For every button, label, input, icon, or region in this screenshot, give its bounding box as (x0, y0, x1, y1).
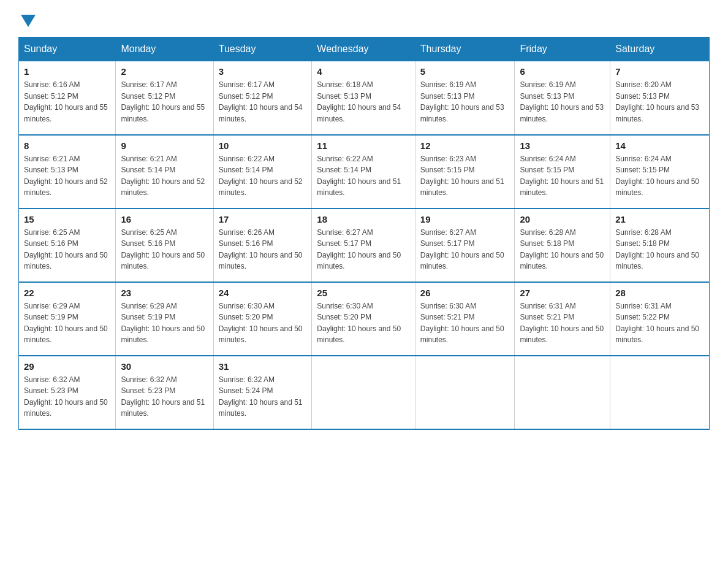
calendar-day-cell: 1 Sunrise: 6:16 AMSunset: 5:12 PMDayligh… (19, 61, 116, 135)
day-info: Sunrise: 6:28 AMSunset: 5:18 PMDaylight:… (615, 227, 704, 272)
calendar-day-cell: 17 Sunrise: 6:26 AMSunset: 5:16 PMDaylig… (213, 209, 312, 282)
day-info: Sunrise: 6:31 AMSunset: 5:21 PMDaylight:… (520, 301, 605, 346)
calendar-day-cell: 9 Sunrise: 6:21 AMSunset: 5:14 PMDayligh… (116, 135, 213, 209)
day-number: 7 (615, 66, 704, 77)
day-info: Sunrise: 6:24 AMSunset: 5:15 PMDaylight:… (615, 153, 704, 199)
day-number: 30 (121, 361, 208, 372)
day-info: Sunrise: 6:21 AMSunset: 5:13 PMDaylight:… (24, 153, 110, 199)
day-number: 27 (520, 288, 605, 298)
logo-arrow-icon (21, 15, 36, 27)
day-info: Sunrise: 6:27 AMSunset: 5:17 PMDaylight:… (420, 227, 510, 272)
calendar-day-cell (415, 356, 515, 429)
calendar-week-row: 15 Sunrise: 6:25 AMSunset: 5:16 PMDaylig… (19, 209, 710, 282)
day-info: Sunrise: 6:25 AMSunset: 5:16 PMDaylight:… (121, 227, 208, 272)
calendar-day-cell: 23 Sunrise: 6:29 AMSunset: 5:19 PMDaylig… (116, 282, 213, 356)
day-number: 5 (420, 66, 510, 77)
day-info: Sunrise: 6:30 AMSunset: 5:20 PMDaylight:… (219, 301, 307, 346)
calendar-day-cell: 31 Sunrise: 6:32 AMSunset: 5:24 PMDaylig… (213, 356, 312, 429)
calendar-day-cell (610, 356, 710, 429)
day-number: 25 (317, 288, 409, 298)
day-number: 28 (615, 288, 704, 298)
calendar-day-cell: 10 Sunrise: 6:22 AMSunset: 5:14 PMDaylig… (213, 135, 312, 209)
day-number: 15 (24, 214, 110, 224)
calendar-day-cell: 3 Sunrise: 6:17 AMSunset: 5:12 PMDayligh… (213, 61, 312, 135)
day-info: Sunrise: 6:18 AMSunset: 5:13 PMDaylight:… (317, 79, 409, 124)
header-tuesday: Tuesday (213, 37, 312, 61)
header-monday: Monday (116, 37, 213, 61)
calendar-day-cell: 30 Sunrise: 6:32 AMSunset: 5:23 PMDaylig… (116, 356, 213, 429)
day-number: 9 (121, 140, 208, 151)
day-number: 31 (219, 361, 307, 372)
day-number: 29 (24, 361, 110, 372)
calendar-day-cell: 8 Sunrise: 6:21 AMSunset: 5:13 PMDayligh… (19, 135, 116, 209)
day-number: 21 (615, 214, 704, 224)
calendar-week-row: 1 Sunrise: 6:16 AMSunset: 5:12 PMDayligh… (19, 61, 710, 135)
day-number: 23 (121, 288, 208, 298)
day-number: 13 (520, 140, 605, 151)
calendar-table: Sunday Monday Tuesday Wednesday Thursday… (18, 37, 710, 430)
calendar-day-cell: 5 Sunrise: 6:19 AMSunset: 5:13 PMDayligh… (415, 61, 515, 135)
day-number: 6 (520, 66, 605, 77)
calendar-day-cell: 16 Sunrise: 6:25 AMSunset: 5:16 PMDaylig… (116, 209, 213, 282)
calendar-day-cell: 14 Sunrise: 6:24 AMSunset: 5:15 PMDaylig… (610, 135, 710, 209)
day-info: Sunrise: 6:17 AMSunset: 5:12 PMDaylight:… (219, 79, 307, 124)
day-number: 16 (121, 214, 208, 224)
calendar-day-cell (515, 356, 610, 429)
calendar-week-row: 8 Sunrise: 6:21 AMSunset: 5:13 PMDayligh… (19, 135, 710, 209)
calendar-week-row: 29 Sunrise: 6:32 AMSunset: 5:23 PMDaylig… (19, 356, 710, 429)
header-wednesday: Wednesday (312, 37, 415, 61)
calendar-day-cell: 28 Sunrise: 6:31 AMSunset: 5:22 PMDaylig… (610, 282, 710, 356)
day-number: 22 (24, 288, 110, 298)
day-info: Sunrise: 6:30 AMSunset: 5:20 PMDaylight:… (317, 301, 409, 346)
day-info: Sunrise: 6:32 AMSunset: 5:23 PMDaylight:… (121, 374, 208, 419)
calendar-day-cell: 20 Sunrise: 6:28 AMSunset: 5:18 PMDaylig… (515, 209, 610, 282)
calendar-day-cell: 15 Sunrise: 6:25 AMSunset: 5:16 PMDaylig… (19, 209, 116, 282)
calendar-day-cell: 6 Sunrise: 6:19 AMSunset: 5:13 PMDayligh… (515, 61, 610, 135)
calendar-day-cell: 21 Sunrise: 6:28 AMSunset: 5:18 PMDaylig… (610, 209, 710, 282)
calendar-day-cell (312, 356, 415, 429)
day-info: Sunrise: 6:19 AMSunset: 5:13 PMDaylight:… (520, 79, 605, 124)
calendar-day-cell: 11 Sunrise: 6:22 AMSunset: 5:14 PMDaylig… (312, 135, 415, 209)
day-number: 3 (219, 66, 307, 77)
calendar-day-cell: 12 Sunrise: 6:23 AMSunset: 5:15 PMDaylig… (415, 135, 515, 209)
calendar-day-cell: 22 Sunrise: 6:29 AMSunset: 5:19 PMDaylig… (19, 282, 116, 356)
day-number: 18 (317, 214, 409, 224)
calendar-day-cell: 18 Sunrise: 6:27 AMSunset: 5:17 PMDaylig… (312, 209, 415, 282)
day-number: 19 (420, 214, 510, 224)
calendar-day-cell: 25 Sunrise: 6:30 AMSunset: 5:20 PMDaylig… (312, 282, 415, 356)
day-info: Sunrise: 6:28 AMSunset: 5:18 PMDaylight:… (520, 227, 605, 272)
header-thursday: Thursday (415, 37, 515, 61)
header-friday: Friday (515, 37, 610, 61)
day-info: Sunrise: 6:32 AMSunset: 5:23 PMDaylight:… (24, 374, 110, 419)
day-info: Sunrise: 6:22 AMSunset: 5:14 PMDaylight:… (317, 153, 409, 199)
calendar-day-cell: 26 Sunrise: 6:30 AMSunset: 5:21 PMDaylig… (415, 282, 515, 356)
day-number: 24 (219, 288, 307, 298)
day-info: Sunrise: 6:21 AMSunset: 5:14 PMDaylight:… (121, 153, 208, 199)
day-info: Sunrise: 6:26 AMSunset: 5:16 PMDaylight:… (219, 227, 307, 272)
calendar-day-cell: 19 Sunrise: 6:27 AMSunset: 5:17 PMDaylig… (415, 209, 515, 282)
calendar-day-cell: 24 Sunrise: 6:30 AMSunset: 5:20 PMDaylig… (213, 282, 312, 356)
day-info: Sunrise: 6:30 AMSunset: 5:21 PMDaylight:… (420, 301, 510, 346)
day-number: 26 (420, 288, 510, 298)
logo (18, 12, 36, 26)
day-info: Sunrise: 6:22 AMSunset: 5:14 PMDaylight:… (219, 153, 307, 199)
day-info: Sunrise: 6:23 AMSunset: 5:15 PMDaylight:… (420, 153, 510, 199)
calendar-week-row: 22 Sunrise: 6:29 AMSunset: 5:19 PMDaylig… (19, 282, 710, 356)
day-info: Sunrise: 6:29 AMSunset: 5:19 PMDaylight:… (121, 301, 208, 346)
day-number: 8 (24, 140, 110, 151)
day-info: Sunrise: 6:20 AMSunset: 5:13 PMDaylight:… (615, 79, 704, 124)
day-number: 1 (24, 66, 110, 77)
day-info: Sunrise: 6:32 AMSunset: 5:24 PMDaylight:… (219, 374, 307, 419)
calendar-day-cell: 27 Sunrise: 6:31 AMSunset: 5:21 PMDaylig… (515, 282, 610, 356)
day-number: 11 (317, 140, 409, 151)
calendar-day-cell: 7 Sunrise: 6:20 AMSunset: 5:13 PMDayligh… (610, 61, 710, 135)
day-number: 12 (420, 140, 510, 151)
day-number: 14 (615, 140, 704, 151)
day-info: Sunrise: 6:25 AMSunset: 5:16 PMDaylight:… (24, 227, 110, 272)
calendar-day-cell: 13 Sunrise: 6:24 AMSunset: 5:15 PMDaylig… (515, 135, 610, 209)
day-number: 4 (317, 66, 409, 77)
calendar-day-cell: 4 Sunrise: 6:18 AMSunset: 5:13 PMDayligh… (312, 61, 415, 135)
day-info: Sunrise: 6:19 AMSunset: 5:13 PMDaylight:… (420, 79, 510, 124)
day-info: Sunrise: 6:31 AMSunset: 5:22 PMDaylight:… (615, 301, 704, 346)
calendar-day-cell: 29 Sunrise: 6:32 AMSunset: 5:23 PMDaylig… (19, 356, 116, 429)
